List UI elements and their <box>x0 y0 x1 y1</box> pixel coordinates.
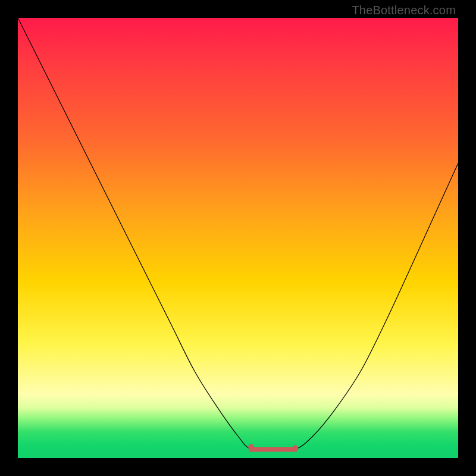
optimal-flat-dot-left <box>248 444 254 450</box>
optimal-flat-dot-right <box>292 445 298 451</box>
bottleneck-curve-line <box>18 18 458 450</box>
plot-area <box>18 18 458 458</box>
curve-svg <box>18 18 458 458</box>
watermark-text: TheBottleneck.com <box>352 4 456 17</box>
chart-frame: TheBottleneck.com <box>0 0 476 476</box>
